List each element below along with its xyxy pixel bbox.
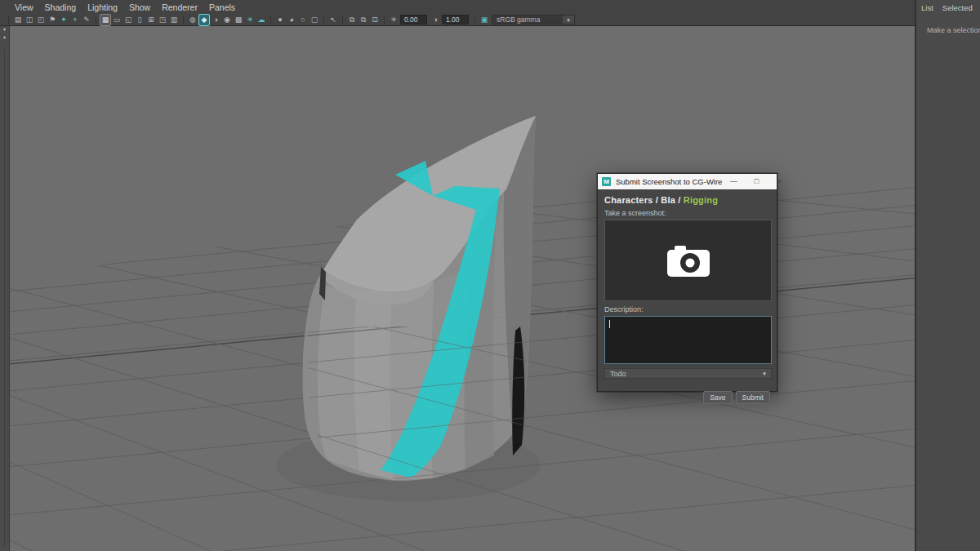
status-dropdown[interactable]: Todo ▾ bbox=[604, 368, 772, 379]
camera-icon bbox=[665, 242, 712, 278]
exposure-field[interactable]: 0.00 bbox=[400, 15, 427, 24]
take-screenshot-button[interactable] bbox=[604, 220, 772, 301]
light-sphere-icon[interactable]: ● bbox=[274, 15, 286, 25]
checker-sphere-icon[interactable]: ▩ bbox=[233, 15, 244, 25]
gamma-icon[interactable]: ◑ bbox=[430, 15, 441, 25]
toolbar-separator bbox=[8, 16, 9, 24]
circle-outline-icon[interactable]: ○ bbox=[297, 15, 309, 25]
panel-menubar: View Shading Lighting Show Renderer Pane… bbox=[0, 0, 915, 14]
save-button[interactable]: Save bbox=[703, 391, 732, 404]
submit-button[interactable]: Submit bbox=[736, 391, 770, 404]
dialog-title: Submit Screenshot to CG-Wire bbox=[616, 177, 722, 186]
breadcrumb-current-task: Rigging bbox=[684, 195, 718, 205]
viewport-toolbar: ▤ ◫ ◰ ⚑ ✦ + ✎ ▦ ▭ ◱ ▯ ⊞ ◳ ▥ ◍ ◆ ◑ ◉ ▩ ☀ … bbox=[0, 14, 915, 26]
minimize-icon[interactable]: — bbox=[722, 174, 745, 189]
colorspace-icon[interactable]: ▣ bbox=[479, 15, 490, 25]
collapse-up-icon[interactable]: ▴ bbox=[0, 33, 9, 41]
dialog-body: Characters / Bla / Rigging Take a screen… bbox=[598, 189, 777, 379]
menu-selected[interactable]: Selected bbox=[942, 3, 973, 12]
toolbar-separator bbox=[96, 16, 96, 24]
snapshot-frame-icon[interactable]: ⊡ bbox=[369, 15, 381, 25]
cgwire-app-icon: M bbox=[602, 177, 611, 186]
selection-hint-text: Make a selection to v bbox=[927, 26, 980, 34]
chevron-down-icon[interactable]: ▾ bbox=[563, 16, 574, 24]
menu-lighting[interactable]: Lighting bbox=[87, 2, 118, 12]
bookmark-icon[interactable]: ⚑ bbox=[47, 15, 58, 25]
copy-layer-icon[interactable]: ⧉ bbox=[346, 15, 358, 25]
pane-columns-icon[interactable]: ▥ bbox=[168, 15, 180, 25]
toolbar-separator bbox=[270, 16, 271, 24]
four-pane-icon[interactable]: ⊞ bbox=[145, 15, 157, 25]
attribute-panel: List Selected Focus Make a selection to … bbox=[915, 0, 980, 551]
screenshot-label: Take a screenshot: bbox=[604, 209, 770, 217]
toolbar-separator bbox=[323, 16, 324, 24]
shaded-cube-icon[interactable]: ◆ bbox=[198, 14, 210, 26]
text-caret bbox=[609, 320, 610, 328]
camera-settings-icon[interactable]: ◰ bbox=[35, 15, 47, 25]
default-light-icon[interactable]: ☀ bbox=[244, 15, 256, 25]
gamma-field[interactable]: 1.00 bbox=[442, 15, 469, 24]
reflect-sphere-icon[interactable]: ◕ bbox=[286, 15, 297, 25]
exposure-icon[interactable]: ✳ bbox=[388, 15, 399, 25]
breadcrumb: Characters / Bla / Rigging bbox=[604, 195, 770, 205]
pencil-icon[interactable]: ✎ bbox=[81, 15, 92, 25]
menu-show[interactable]: Show bbox=[129, 2, 150, 12]
cloud-icon[interactable]: ☁ bbox=[256, 15, 267, 25]
selected-mesh-cone[interactable] bbox=[303, 116, 536, 481]
grid-layout-icon[interactable]: ▦ bbox=[100, 14, 111, 26]
chevron-down-icon[interactable]: ▾ bbox=[758, 371, 771, 377]
panel-groove bbox=[4, 49, 5, 546]
left-collapsed-panel[interactable]: ▾ ▴ bbox=[0, 26, 10, 551]
mesh-facet bbox=[318, 286, 359, 471]
toolbar-separator bbox=[342, 16, 343, 24]
maximize-icon[interactable]: □ bbox=[745, 174, 768, 189]
menu-view[interactable]: View bbox=[15, 2, 33, 12]
submit-screenshot-dialog: M Submit Screenshot to CG-Wire — □ × Cha… bbox=[597, 173, 777, 392]
pane-dim-icon[interactable]: ▯ bbox=[134, 15, 145, 25]
menu-renderer[interactable]: Renderer bbox=[162, 2, 198, 12]
movie-camera-icon[interactable]: ▤ bbox=[12, 15, 24, 25]
pane-inset-icon[interactable]: ◱ bbox=[122, 15, 134, 25]
paste-layer-icon[interactable]: ⧉ bbox=[358, 15, 369, 25]
description-textarea[interactable] bbox=[604, 316, 772, 364]
menu-list[interactable]: List bbox=[921, 3, 933, 12]
toolbar-separator bbox=[384, 16, 385, 24]
dialog-titlebar[interactable]: M Submit Screenshot to CG-Wire — □ × bbox=[598, 174, 777, 189]
wireframe-sphere-icon[interactable]: ◍ bbox=[187, 15, 198, 25]
colorspace-dropdown[interactable]: sRGB gamma ▾ bbox=[492, 15, 575, 24]
menu-panels[interactable]: Panels bbox=[209, 2, 235, 12]
textured-sphere-icon[interactable]: ◉ bbox=[221, 15, 233, 25]
toolbar-separator bbox=[474, 16, 475, 24]
description-label: Description: bbox=[604, 305, 770, 313]
select-cursor-icon[interactable]: ↖ bbox=[327, 15, 339, 25]
half-shaded-sphere-icon[interactable]: ◑ bbox=[210, 15, 221, 25]
collapse-down-icon[interactable]: ▾ bbox=[0, 26, 9, 33]
dim-square-icon[interactable]: ▢ bbox=[309, 15, 320, 25]
status-dropdown-value: Todo bbox=[605, 370, 758, 378]
add-object-icon[interactable]: + bbox=[69, 15, 81, 25]
attribute-panel-menubar: List Selected Focus bbox=[916, 0, 980, 12]
breadcrumb-prefix: Characters / Bla / bbox=[604, 195, 684, 205]
close-icon[interactable]: × bbox=[768, 174, 791, 189]
mesh-facet bbox=[354, 287, 394, 480]
pane-preview-icon[interactable]: ◳ bbox=[157, 15, 168, 25]
toolbar-separator bbox=[183, 16, 184, 24]
menu-shading[interactable]: Shading bbox=[45, 2, 77, 12]
colorspace-value: sRGB gamma bbox=[492, 16, 563, 24]
camera-export-icon[interactable]: ◫ bbox=[24, 15, 35, 25]
viewport-3d[interactable] bbox=[0, 0, 980, 551]
character-icon[interactable]: ✦ bbox=[58, 15, 69, 25]
single-pane-icon[interactable]: ▭ bbox=[111, 15, 122, 25]
